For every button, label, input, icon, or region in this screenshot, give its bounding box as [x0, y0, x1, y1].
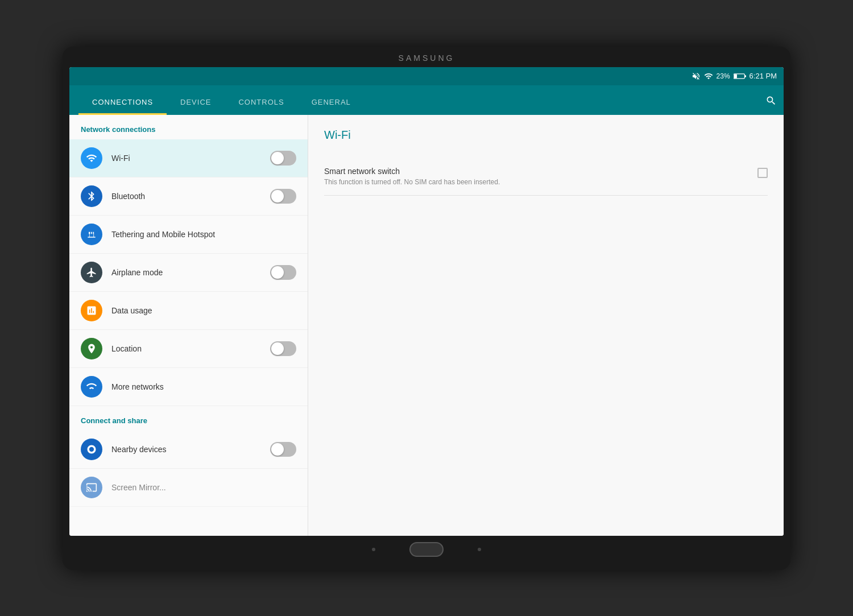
svg-rect-1 — [734, 74, 736, 78]
more-networks-icon — [81, 376, 102, 398]
bluetooth-toggle[interactable] — [270, 189, 296, 204]
right-panel-title: Wi-Fi — [324, 129, 768, 142]
battery-icon — [734, 73, 746, 80]
menu-item-airplane[interactable]: Airplane mode — [69, 254, 308, 292]
menu-item-data-usage[interactable]: Data usage — [69, 292, 308, 330]
back-button — [372, 548, 375, 551]
svg-rect-2 — [744, 75, 746, 77]
setting-info-smart-network: Smart network switch This function is tu… — [324, 167, 757, 186]
setting-row-smart-network[interactable]: Smart network switch This function is tu… — [324, 158, 768, 196]
menu-item-location[interactable]: Location — [69, 330, 308, 368]
location-icon — [81, 338, 102, 359]
signal-icon — [704, 72, 713, 81]
mute-icon — [691, 72, 701, 81]
tablet-bottom — [69, 536, 784, 563]
main-content: Network connections Wi-Fi Bluetooth — [69, 115, 784, 536]
bluetooth-label: Bluetooth — [111, 192, 270, 201]
home-button[interactable] — [409, 542, 444, 557]
smart-network-title: Smart network switch — [324, 167, 757, 176]
tab-connections[interactable]: CONNECTIONS — [78, 91, 167, 115]
screen-mirroring-icon — [81, 477, 102, 498]
tab-controls[interactable]: CONTROLS — [225, 91, 297, 115]
nearby-label: Nearby devices — [111, 445, 270, 454]
right-panel: Wi-Fi Smart network switch This function… — [308, 115, 784, 536]
smart-network-checkbox[interactable] — [757, 168, 768, 178]
data-usage-icon — [81, 300, 102, 321]
brand-logo: SAMSUNG — [69, 53, 784, 63]
screen-mirroring-label: Screen Mirror... — [111, 483, 296, 492]
data-usage-label: Data usage — [111, 306, 296, 315]
wifi-label: Wi-Fi — [111, 154, 270, 163]
menu-item-screen-mirroring[interactable]: Screen Mirror... — [69, 469, 308, 507]
menu-item-wifi[interactable]: Wi-Fi — [69, 139, 308, 177]
location-label: Location — [111, 344, 270, 353]
tab-device[interactable]: DEVICE — [167, 91, 225, 115]
menu-item-bluetooth[interactable]: Bluetooth — [69, 177, 308, 216]
location-toggle[interactable] — [270, 341, 296, 356]
tethering-label: Tethering and Mobile Hotspot — [111, 230, 296, 239]
smart-network-subtitle: This function is turned off. No SIM card… — [324, 178, 757, 186]
more-networks-label: More networks — [111, 382, 296, 391]
left-panel: Network connections Wi-Fi Bluetooth — [69, 115, 308, 536]
search-button[interactable] — [765, 95, 777, 109]
section-header-network: Network connections — [69, 115, 308, 139]
tab-general[interactable]: GENERAL — [298, 91, 365, 115]
airplane-label: Airplane mode — [111, 268, 270, 277]
wifi-toggle[interactable] — [270, 151, 296, 166]
tab-bar: CONNECTIONS DEVICE CONTROLS GENERAL — [69, 85, 784, 115]
wifi-icon — [81, 147, 102, 169]
airplane-icon — [81, 262, 102, 283]
bluetooth-icon — [81, 185, 102, 207]
tablet-frame: SAMSUNG 23% 6:21 PM — [63, 47, 790, 570]
status-bar: 23% 6:21 PM — [69, 67, 784, 85]
menu-item-nearby[interactable]: Nearby devices — [69, 431, 308, 469]
menu-item-more-networks[interactable]: More networks — [69, 368, 308, 406]
tethering-icon — [81, 224, 102, 245]
nearby-toggle[interactable] — [270, 442, 296, 457]
recent-button — [478, 548, 481, 551]
section-header-connect: Connect and share — [69, 406, 308, 431]
tablet-screen: 23% 6:21 PM CONNECTIONS DEVICE CONTROLS … — [69, 67, 784, 536]
airplane-toggle[interactable] — [270, 265, 296, 280]
status-icons: 23% 6:21 PM — [691, 72, 777, 81]
clock: 6:21 PM — [750, 72, 777, 80]
nearby-icon — [81, 439, 102, 460]
battery-percent: 23% — [717, 72, 730, 80]
navigation-buttons — [372, 542, 481, 557]
menu-item-tethering[interactable]: Tethering and Mobile Hotspot — [69, 216, 308, 254]
